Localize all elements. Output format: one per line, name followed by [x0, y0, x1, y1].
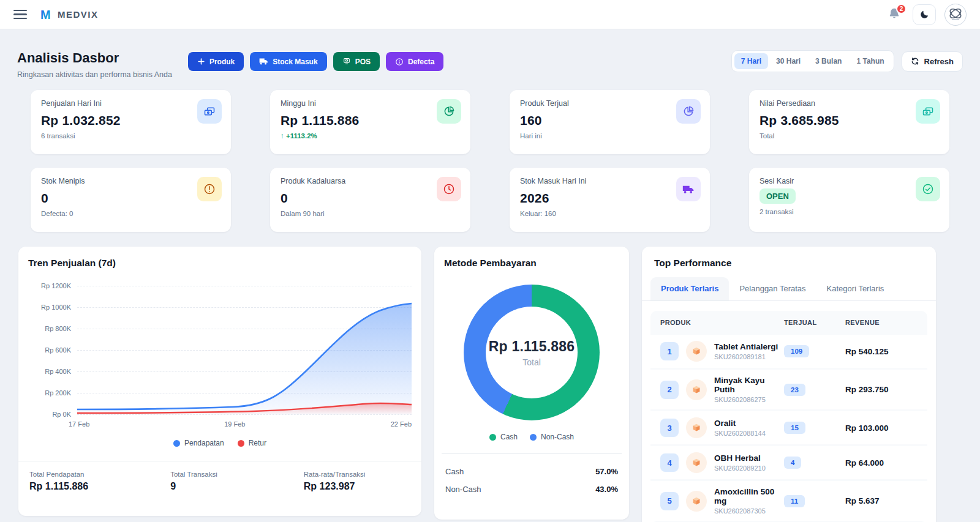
alert-circle-icon: [197, 177, 222, 201]
table-row[interactable]: 1 Tablet Antialergi SKU2602089181 109 Rp…: [650, 335, 927, 368]
stat-card-sesi-kasir: Sesi Kasir OPEN 2 transaksi: [749, 168, 949, 232]
dark-mode-toggle[interactable]: [913, 4, 936, 25]
refresh-button[interactable]: Refresh: [902, 51, 963, 72]
noncash-legend-dot: [530, 434, 537, 441]
status-badge: OPEN: [760, 188, 796, 204]
avatar-logo-icon: [946, 6, 965, 24]
package-icon: [686, 379, 707, 400]
banknotes-icon: [197, 99, 222, 124]
trend-lines: [77, 286, 412, 416]
top-performance-panel: Top Performance Produk Terlaris Pelangga…: [642, 247, 936, 522]
refresh-icon: [911, 57, 919, 65]
package-icon: [686, 341, 707, 362]
notification-badge: 2: [896, 4, 907, 14]
stat-card-penjualan-hari-ini: Penjualan Hari Ini Rp 1.032.852 6 transa…: [31, 90, 231, 154]
truck-icon: [259, 58, 268, 65]
check-circle-icon: [916, 177, 940, 201]
donut-center-value: Rp 1.115.886: [489, 338, 575, 355]
defecta-button[interactable]: Defecta: [386, 52, 443, 71]
package-icon: [686, 417, 707, 438]
menu-icon[interactable]: [13, 7, 27, 22]
notifications-button[interactable]: 2: [884, 5, 904, 24]
trend-x-axis: 17 Feb 19 Feb 22 Feb: [77, 420, 412, 430]
qty-badge: 11: [784, 495, 805, 507]
trend-summary: Total PendapatanRp 1.115.886 Total Trans…: [28, 461, 412, 492]
qty-badge: 109: [784, 345, 809, 357]
pos-terminal-icon: [342, 58, 351, 65]
stat-card-stok-menipis: Stok Menipis 0 Defecta: 0: [31, 168, 231, 232]
period-1-tahun[interactable]: 1 Tahun: [850, 53, 891, 69]
table-row[interactable]: 2 Minyak Kayu Putih SKU2602086275 23 Rp …: [650, 370, 927, 409]
stat-card-produk-terjual: Produk Terjual 160 Hari ini: [510, 90, 710, 154]
info-circle-icon: [395, 58, 404, 66]
rank-badge: 2: [660, 381, 679, 399]
period-7-hari[interactable]: 7 Hari: [734, 53, 768, 69]
period-3-bulan[interactable]: 3 Bulan: [809, 53, 848, 69]
brand-logo[interactable]: M MEDVIX: [39, 8, 99, 21]
stat-card-minggu-ini: Minggu Ini Rp 1.115.886 ↑ +1113.2%: [270, 90, 470, 154]
tab-kategori-terlaris[interactable]: Kategori Terlaris: [816, 277, 895, 300]
page-title: Analisis Dasbor: [17, 50, 172, 66]
clock-icon: [437, 177, 461, 201]
stock-masuk-button[interactable]: Stock Masuk: [250, 52, 326, 71]
trend-chart-title: Tren Penjualan (7d): [28, 258, 412, 269]
rank-badge: 1: [660, 342, 679, 360]
tab-pelanggan-teratas[interactable]: Pelanggan Teratas: [729, 277, 816, 300]
payment-title: Metode Pembayaran: [444, 258, 619, 269]
top-performance-tabs: Produk Terlaris Pelanggan Teratas Katego…: [642, 277, 936, 301]
qty-badge: 4: [784, 457, 801, 469]
page-header: Analisis Dasbor Ringkasan aktivitas dan …: [17, 50, 963, 79]
medvix-logo-icon: M: [39, 8, 53, 21]
package-icon: [686, 491, 707, 512]
avatar[interactable]: [944, 4, 967, 26]
svg-text:M: M: [40, 8, 51, 21]
moon-icon: [919, 9, 930, 20]
rank-badge: 5: [660, 492, 679, 510]
top-performance-title: Top Performance: [642, 258, 936, 269]
donut-center-label: Total: [522, 357, 541, 367]
stat-card-stok-masuk: Stok Masuk Hari Ini 2026 Keluar: 160: [510, 168, 710, 232]
top-products-table: PRODUK TERJUAL REVENUE 1 Tablet Antialer…: [650, 311, 927, 522]
produk-button[interactable]: Produk: [188, 52, 244, 71]
pie-chart-icon: [676, 99, 701, 124]
payment-legend: Cash Non-Cash: [444, 433, 619, 441]
pie-chart-icon: [437, 99, 461, 124]
table-header: PRODUK TERJUAL REVENUE: [650, 311, 927, 333]
stat-card-nilai-persediaan: Nilai Persediaan Rp 3.685.985 Total: [749, 90, 949, 154]
rank-badge: 4: [660, 453, 679, 472]
stat-card-produk-kadaluarsa: Produk Kadaluarsa 0 Dalam 90 hari: [270, 168, 470, 232]
payment-donut-chart[interactable]: Rp 1.115.886 Total: [464, 285, 600, 420]
package-icon: [686, 452, 707, 473]
pendapatan-legend-dot: [173, 440, 180, 447]
stats-grid: Penjualan Hari Ini Rp 1.032.852 6 transa…: [17, 90, 963, 232]
brand-name: MEDVIX: [58, 9, 99, 20]
trend-legend: Pendapatan Retur: [28, 439, 412, 447]
cash-legend-dot: [489, 434, 496, 441]
truck-icon: [676, 177, 701, 201]
banknotes-icon: [916, 99, 940, 124]
payment-breakdown: Cash57.0% Non-Cash43.0%: [444, 463, 619, 498]
topbar: M MEDVIX 2: [0, 0, 980, 29]
rank-badge: 3: [660, 419, 679, 437]
trend-chart-panel: Tren Penjualan (7d) Rp 1200K Rp 1000K Rp…: [18, 247, 421, 516]
table-row[interactable]: 5 Amoxicillin 500 mg SKU2602087305 11 Rp…: [650, 481, 927, 521]
payment-panel: Metode Pembayaran Rp 1.115.886 Total Cas…: [434, 247, 629, 520]
retur-legend-dot: [238, 440, 244, 447]
tab-produk-terlaris[interactable]: Produk Terlaris: [650, 277, 729, 300]
page-subtitle: Ringkasan aktivitas dan performa bisnis …: [17, 70, 172, 79]
pos-button[interactable]: POS: [333, 52, 380, 71]
table-row[interactable]: 3 Oralit SKU2602088144 15 Rp 103.000: [650, 411, 927, 444]
plus-icon: [197, 58, 205, 65]
trend-chart[interactable]: Rp 1200K Rp 1000K Rp 800K Rp 600K Rp 400…: [77, 286, 412, 416]
qty-badge: 15: [784, 422, 805, 434]
period-selector: 7 Hari 30 Hari 3 Bulan 1 Tahun: [731, 50, 894, 72]
table-row[interactable]: 4 OBH Herbal SKU2602089210 4 Rp 64.000: [650, 446, 927, 479]
period-30-hari[interactable]: 30 Hari: [769, 53, 807, 69]
qty-badge: 23: [784, 384, 805, 396]
